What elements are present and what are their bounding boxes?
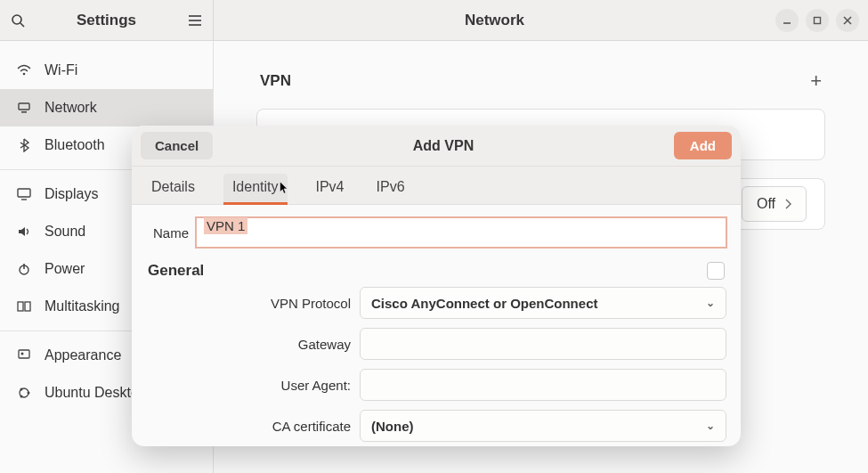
svg-rect-12 <box>18 189 30 197</box>
minimize-button[interactable] <box>775 9 799 32</box>
window-controls <box>775 9 868 32</box>
chevron-right-icon <box>784 199 791 209</box>
gateway-input[interactable] <box>360 328 726 360</box>
hamburger-icon[interactable] <box>177 14 213 27</box>
ca-cert-label: CA certificate <box>146 419 351 434</box>
chevron-down-icon: ⌄ <box>706 420 715 432</box>
general-checkbox[interactable] <box>707 262 725 280</box>
general-heading: General <box>148 262 204 280</box>
sidebar-item-label: Appearance <box>45 347 121 363</box>
name-label: Name <box>146 225 189 241</box>
maximize-button[interactable] <box>806 9 829 32</box>
display-icon <box>16 187 32 201</box>
svg-point-0 <box>12 15 21 24</box>
multitask-icon <box>16 299 32 314</box>
ca-cert-combo[interactable]: (None) ⌄ <box>360 410 726 442</box>
settings-title: Settings <box>36 12 177 29</box>
dialog-header: Cancel Add VPN Add <box>132 126 741 167</box>
svg-point-21 <box>28 392 30 395</box>
sidebar-item-label: Displays <box>45 186 98 202</box>
vpn-off-toggle[interactable]: Off <box>742 186 807 222</box>
dialog-body: Name VPN 1 General VPN Protocol Cisco An… <box>132 205 741 446</box>
user-agent-label: User Agent: <box>146 378 351 393</box>
chevron-down-icon: ⌄ <box>706 297 715 309</box>
sidebar-item-label: Power <box>45 261 85 277</box>
protocol-combo[interactable]: Cisco AnyConnect or OpenConnect ⌄ <box>360 287 726 319</box>
add-button[interactable]: Add <box>674 132 732 159</box>
gateway-label: Gateway <box>146 337 351 352</box>
power-icon <box>16 262 32 276</box>
svg-rect-16 <box>18 302 23 311</box>
svg-point-22 <box>20 388 23 391</box>
sidebar-item-label: Multitasking <box>45 298 119 314</box>
user-agent-input[interactable] <box>360 369 726 401</box>
svg-point-19 <box>21 353 24 355</box>
ubuntu-icon <box>16 386 32 400</box>
protocol-label: VPN Protocol <box>146 296 351 311</box>
dialog-title: Add VPN <box>213 138 674 154</box>
sidebar-item-label: Network <box>45 100 97 116</box>
sidebar-item-label: Wi-Fi <box>45 62 77 78</box>
cursor-icon <box>279 181 289 195</box>
add-vpn-plus-button[interactable]: + <box>810 69 822 93</box>
sidebar-item-label: Sound <box>45 224 85 240</box>
search-icon[interactable] <box>0 13 36 28</box>
sound-icon <box>16 224 32 239</box>
page-title: Network <box>214 12 775 29</box>
svg-rect-11 <box>21 111 27 113</box>
sidebar-item-network[interactable]: Network <box>0 89 213 126</box>
sidebar-item-label: Bluetooth <box>45 137 105 153</box>
vpn-heading: VPN <box>260 72 291 90</box>
titlebar: Settings Network <box>0 0 868 41</box>
network-icon <box>16 101 32 115</box>
sidebar-item-wifi[interactable]: Wi-Fi <box>0 52 213 89</box>
cancel-button[interactable]: Cancel <box>141 132 213 159</box>
svg-point-23 <box>20 396 23 398</box>
svg-rect-6 <box>815 17 821 23</box>
name-input[interactable]: VPN 1 <box>196 217 726 248</box>
tab-ipv4[interactable]: IPv4 <box>312 174 348 204</box>
wifi-icon <box>16 63 32 77</box>
appearance-icon <box>16 348 32 363</box>
tab-ipv6[interactable]: IPv6 <box>373 174 409 204</box>
svg-point-9 <box>23 73 26 76</box>
tab-details[interactable]: Details <box>148 174 199 204</box>
tab-identity[interactable]: Identity <box>223 174 288 204</box>
svg-line-1 <box>20 23 24 27</box>
add-vpn-dialog: Cancel Add VPN Add Details Identity IPv4… <box>132 126 741 446</box>
svg-rect-17 <box>25 302 30 311</box>
off-label: Off <box>757 196 775 212</box>
titlebar-left: Settings <box>0 0 214 40</box>
svg-rect-18 <box>19 350 29 358</box>
svg-rect-10 <box>19 103 29 110</box>
bluetooth-icon <box>16 138 32 152</box>
dialog-tabs: Details Identity IPv4 IPv6 <box>132 167 741 205</box>
close-button[interactable] <box>836 9 859 32</box>
